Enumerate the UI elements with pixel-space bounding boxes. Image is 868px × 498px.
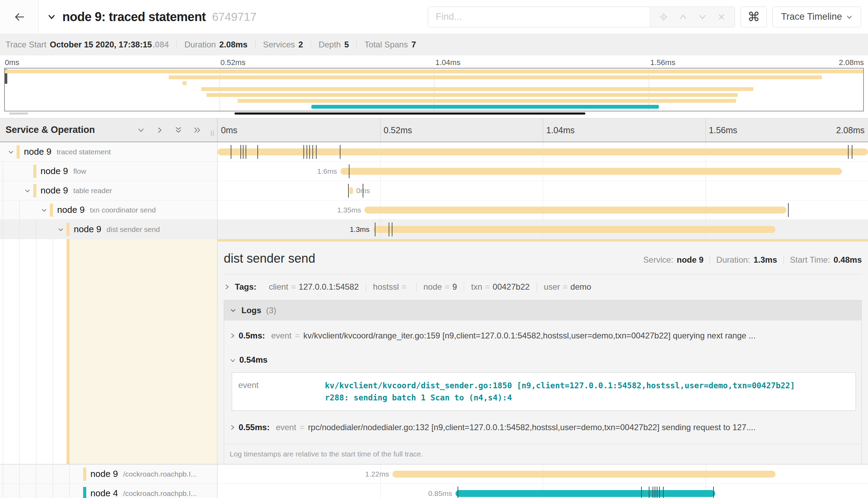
match-target-icon[interactable]	[659, 12, 668, 21]
span-row[interactable]: node 9 dist sender send 1.3ms	[0, 220, 868, 239]
span-collapse-chevron-icon[interactable]	[24, 188, 31, 194]
span-bar[interactable]	[349, 187, 353, 194]
span-bar[interactable]	[218, 148, 868, 155]
back-button[interactable]	[0, 0, 39, 34]
span-row-timeline-cell[interactable]	[218, 142, 868, 161]
span-duration-label: 1.35ms	[337, 200, 361, 219]
log-entry[interactable]: 0.55ms: event = rpc/nodedialer/nodediale…	[224, 412, 861, 435]
collapse-all-icon[interactable]	[174, 126, 183, 135]
span-event-tick	[231, 145, 231, 159]
keyboard-shortcuts-button[interactable]: ⌘	[741, 7, 767, 27]
axis-gridline	[706, 118, 706, 142]
span-event-tick	[458, 487, 458, 498]
span-row-timeline-cell[interactable]: 1.6ms	[218, 162, 868, 181]
logs-section: Logs (3) 0.5ms: event = kv/kvclient/kvco…	[224, 300, 862, 464]
minimap-canvas[interactable]	[4, 68, 864, 111]
span-row[interactable]: node 9 txn coordinator send 1.35ms	[0, 200, 868, 220]
span-row-name-cell[interactable]: node 9 table reader	[0, 181, 218, 200]
span-event-tick	[389, 223, 389, 236]
tags-expand-chevron-icon[interactable]	[224, 283, 230, 290]
clear-find-icon[interactable]	[717, 13, 726, 21]
span-row-timeline-cell[interactable]: 1.3ms	[218, 220, 868, 239]
selected-span-band	[70, 239, 217, 464]
span-event-tick	[788, 203, 789, 217]
tree-toolbar	[137, 126, 202, 135]
trace-view-selector[interactable]: Trace Timeline	[772, 7, 861, 27]
find-prev-icon[interactable]	[679, 13, 688, 21]
span-row[interactable]: node 4 /cockroach.roachpb.I... 0.85ms	[0, 484, 868, 498]
minimap-span-bar	[201, 87, 753, 91]
span-bar[interactable]	[455, 490, 715, 497]
trace-minimap: 0ms 0.52ms 1.04ms 1.56ms 2.08ms	[0, 55, 868, 115]
span-event-tick	[246, 145, 246, 159]
span-row-name-cell[interactable]: node 9 txn coordinator send	[0, 200, 218, 219]
indent-guide	[53, 484, 53, 498]
tags-row[interactable]: Tags: client=127.0.0.1:54582 hostssl= no…	[224, 282, 862, 292]
span-row-timeline-cell[interactable]: 1.35ms	[218, 200, 868, 219]
span-row-timeline-cell[interactable]: 0.85ms	[218, 484, 868, 498]
service-operation-header: Service & Operation	[0, 118, 218, 142]
span-collapse-chevron-icon[interactable]	[41, 207, 47, 214]
span-row-name-cell[interactable]: node 9 traced statement	[0, 142, 218, 161]
span-bar[interactable]	[364, 207, 787, 214]
span-detail-stats: Service: node 9 Duration: 1.3ms Start Ti…	[643, 255, 862, 265]
axis-gridline	[380, 118, 381, 142]
minimap-span-bar	[311, 105, 659, 109]
tags-label: Tags:	[235, 282, 256, 292]
span-service-name: node 9	[41, 166, 68, 176]
minimap-span-bar	[238, 99, 736, 103]
find-input[interactable]	[428, 7, 650, 27]
log-entry[interactable]: 0.5ms: event = kv/kvclient/kvcoord/range…	[224, 320, 861, 343]
chevron-down-icon	[846, 15, 852, 19]
span-row[interactable]: node 9 /cockroach.roachpb.I... 1.22ms	[0, 464, 868, 484]
span-event-tick	[659, 487, 660, 498]
logs-header[interactable]: Logs (3)	[224, 300, 861, 320]
expand-one-icon[interactable]	[156, 126, 164, 134]
collapse-one-icon[interactable]	[137, 126, 145, 134]
span-detail-title: dist sender send	[224, 251, 315, 266]
span-service-name: node 9	[74, 224, 101, 235]
indent-guide	[36, 220, 36, 239]
span-bar[interactable]	[392, 471, 776, 478]
span-collapse-chevron-icon[interactable]	[8, 149, 14, 155]
span-event-tick	[257, 145, 258, 159]
span-row[interactable]: node 9 flow 1.6ms	[0, 162, 868, 181]
span-row-name-cell[interactable]: node 9 dist sender send	[0, 220, 218, 239]
span-event-tick	[653, 487, 653, 498]
back-arrow-icon	[13, 11, 26, 22]
span-bar[interactable]	[373, 226, 776, 233]
title-chevron-down-icon[interactable]	[46, 12, 57, 22]
span-bar[interactable]	[340, 168, 842, 175]
span-operation-name: flow	[73, 167, 86, 175]
log-entry-expanded[interactable]: 0.54ms	[224, 343, 861, 369]
indent-guide	[3, 464, 3, 483]
span-row[interactable]: node 9 table reader 0ms	[0, 181, 868, 200]
axis-gridline	[543, 118, 543, 142]
service-operation-title: Service & Operation	[6, 125, 95, 135]
find-addon	[650, 7, 735, 27]
span-event-tick	[713, 487, 714, 498]
span-row-name-cell[interactable]: node 9 /cockroach.roachpb.I...	[0, 464, 218, 483]
indent-guide	[36, 464, 36, 483]
indent-guide	[69, 484, 70, 498]
span-color-chip	[17, 145, 20, 159]
minimap-scroll-track	[4, 112, 864, 115]
span-event-tick	[340, 145, 340, 159]
span-row[interactable]: node 9 traced statement	[0, 142, 868, 162]
log-field-value: kv/kvclient/kvcoord/dist_sender.go:1850 …	[319, 373, 804, 410]
indent-guide	[19, 220, 20, 239]
span-event-tick	[641, 487, 642, 498]
span-row-name-cell[interactable]: node 4 /cockroach.roachpb.I...	[0, 484, 218, 498]
minimap-scroll-indicator[interactable]	[234, 112, 585, 115]
axis-tick: 0.52ms	[384, 125, 412, 135]
expand-all-icon[interactable]	[193, 126, 202, 134]
span-detail-row: dist sender send Service: node 9 Duratio…	[0, 239, 868, 464]
find-next-icon[interactable]	[698, 13, 707, 21]
span-row-name-cell[interactable]: node 9 flow	[0, 162, 218, 181]
column-resizer-grip[interactable]	[211, 130, 214, 136]
trace-id: 6749717	[212, 10, 256, 24]
span-collapse-chevron-icon[interactable]	[57, 226, 64, 233]
span-row-timeline-cell[interactable]: 1.22ms	[218, 464, 868, 483]
span-event-tick	[363, 184, 363, 198]
span-row-timeline-cell[interactable]: 0ms	[218, 181, 868, 200]
